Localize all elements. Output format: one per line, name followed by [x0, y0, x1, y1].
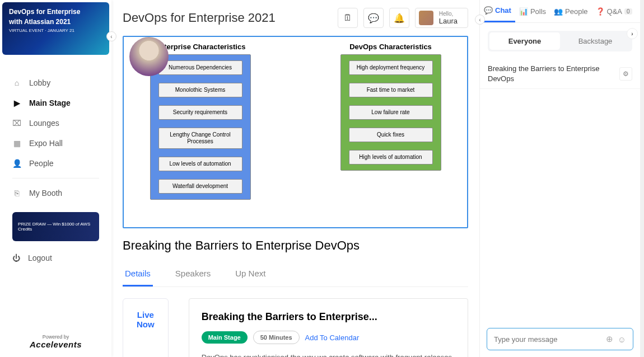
- presenter-thumbnail: [129, 37, 169, 76]
- bell-icon[interactable]: 🔔: [389, 8, 409, 28]
- person-icon: 👤: [12, 159, 21, 168]
- emoji-icon[interactable]: ☺: [618, 335, 626, 344]
- powered-brand: Accelevents: [0, 340, 111, 349]
- powered-small: Powered by: [0, 334, 111, 340]
- topbar: DevOps for Enterprise 2021 🗓 💬 🔔 Hello, …: [111, 0, 479, 36]
- rtab-polls[interactable]: 📊 Polls: [515, 1, 550, 22]
- nav-label: Lounges: [29, 119, 59, 128]
- slide-content: Enterprise Characteristics Numerous Depe…: [134, 43, 457, 222]
- ent-box: Security requirements: [158, 105, 242, 120]
- rtab-people[interactable]: 👥 People: [550, 1, 591, 22]
- nav-label: Lobby: [29, 78, 50, 87]
- detail-area: Live Now Breaking the Barriers to Enterp…: [123, 298, 468, 357]
- calendar-icon[interactable]: 🗓: [338, 8, 358, 28]
- video-player[interactable]: Enterprise Characteristics Numerous Depe…: [123, 36, 468, 228]
- content-scroll[interactable]: Enterprise Characteristics Numerous Depe…: [111, 36, 479, 357]
- tabs-next-icon[interactable]: ›: [627, 28, 638, 39]
- now-label: Now: [137, 320, 155, 329]
- qa-tab-icon: ❓: [596, 7, 605, 16]
- gear-icon[interactable]: ⚙: [619, 67, 632, 81]
- ent-box: Waterfall development: [158, 179, 242, 194]
- nav-label: People: [29, 159, 54, 168]
- ent-box: Numerous Dependencies: [158, 60, 242, 75]
- chat-thread[interactable]: Breaking the Barriers to Enterprise DevO…: [480, 59, 640, 89]
- dev-box: Fast time to market: [349, 83, 433, 97]
- banner-line1: DevOps for Enterprise: [9, 8, 102, 16]
- lounge-icon: ⌧: [12, 119, 21, 128]
- nav-label: My Booth: [29, 189, 62, 198]
- main-content: DevOps for Enterprise 2021 🗓 💬 🔔 Hello, …: [111, 0, 479, 357]
- logout-button[interactable]: ⏻ Logout: [0, 247, 111, 269]
- right-panel: ‹ 💬 Chat 📊 Polls 👥 People ❓ Q&A 0 › Ever…: [479, 0, 640, 357]
- event-banner[interactable]: DevOps for Enterprise with Atlassian 202…: [2, 2, 109, 55]
- hello-text: Hello,: [439, 11, 458, 17]
- logout-label: Logout: [28, 253, 52, 262]
- enterprise-column: Numerous Dependencies Monolothic Systems…: [150, 54, 251, 200]
- chat-icon[interactable]: 💬: [363, 8, 384, 28]
- nav-label: Main Stage: [29, 98, 71, 107]
- stage-chip: Main Stage: [202, 331, 248, 344]
- chat-tab-icon: 💬: [484, 6, 493, 15]
- qa-badge: 0: [624, 8, 632, 15]
- session-description: DevOps has revolutionised the way we cre…: [202, 352, 455, 357]
- nav-main-stage[interactable]: ▶ Main Stage: [0, 93, 111, 113]
- ent-box: Lengthy Change Control Processes: [158, 128, 242, 149]
- page-title: DevOps for Enterprise 2021: [123, 11, 276, 25]
- promo-banner[interactable]: PRIZE DRAW — Win $1000 of AWS Credits: [12, 212, 99, 241]
- chat-message-input[interactable]: [494, 335, 601, 344]
- add-to-calendar-link[interactable]: Add To Calendar: [305, 333, 360, 342]
- nav-lounges[interactable]: ⌧ Lounges: [0, 113, 111, 133]
- banner-line2: with Atlassian 2021: [9, 18, 102, 26]
- collapse-right-icon[interactable]: ‹: [475, 15, 485, 25]
- nav-people[interactable]: 👤 People: [0, 153, 111, 173]
- nav-label: Expo Hall: [29, 139, 63, 148]
- main-nav: ⌂ Lobby ▶ Main Stage ⌧ Lounges ▦ Expo Ha…: [0, 73, 111, 203]
- nav-expo-hall[interactable]: ▦ Expo Hall: [0, 133, 111, 153]
- tab-speakers[interactable]: Speakers: [173, 263, 213, 286]
- power-icon: ⏻: [12, 253, 20, 262]
- rtab-label: Q&A: [607, 7, 622, 16]
- dev-box: High deployment frequency: [349, 60, 433, 75]
- session-card-title: Breaking the Barriers to Enterprise...: [202, 311, 455, 323]
- thread-title: Breaking the Barriers to Enterprise DevO…: [488, 64, 619, 84]
- session-title: Breaking the Barriers to Enterprise DevO…: [123, 238, 468, 253]
- session-chips: Main Stage 50 Minutes Add To Calendar: [202, 331, 455, 344]
- rtab-label: Chat: [495, 6, 511, 15]
- subtab-backstage[interactable]: Backstage: [560, 32, 631, 50]
- grid-icon: ▦: [12, 139, 21, 148]
- session-card: Breaking the Barriers to Enterprise... M…: [189, 298, 468, 357]
- tab-up-next[interactable]: Up Next: [233, 263, 268, 286]
- subtab-everyone[interactable]: Everyone: [489, 32, 560, 50]
- promo-text: PRIZE DRAW — Win $1000 of AWS Credits: [18, 222, 94, 232]
- booth-icon: ⎘: [12, 189, 21, 198]
- nav-lobby[interactable]: ⌂ Lobby: [0, 73, 111, 93]
- user-chip[interactable]: Hello, Laura: [415, 8, 468, 28]
- plus-icon[interactable]: ⊕: [606, 334, 613, 344]
- left-sidebar: DevOps for Enterprise with Atlassian 202…: [0, 0, 111, 357]
- home-icon: ⌂: [12, 78, 21, 87]
- rtab-label: Polls: [530, 7, 546, 16]
- duration-chip: 50 Minutes: [253, 331, 300, 344]
- nav-my-booth[interactable]: ⎘ My Booth: [0, 183, 111, 203]
- polls-tab-icon: 📊: [519, 7, 528, 16]
- scrollbar[interactable]: [640, 0, 644, 357]
- live-label: Live: [137, 310, 155, 320]
- nav-divider: [12, 178, 99, 178]
- ent-box: Monolothic Systems: [158, 83, 242, 97]
- powered-by: Powered by Accelevents: [0, 330, 111, 357]
- banner-line3: VIRTUAL EVENT · JANUARY 21: [9, 28, 102, 33]
- live-indicator: Live Now: [123, 298, 169, 357]
- chat-box: ⊕ ☺: [487, 328, 633, 350]
- tab-details[interactable]: Details: [123, 263, 153, 286]
- username: Laura: [439, 17, 458, 25]
- dev-box: High levels of automation: [349, 150, 433, 165]
- chat-input-area: ⊕ ☺: [480, 321, 640, 357]
- rtab-chat[interactable]: 💬 Chat: [480, 0, 515, 22]
- rtab-qa[interactable]: ❓ Q&A 0: [592, 1, 636, 22]
- dev-box: Quick fixes: [349, 128, 433, 142]
- dev-box: Low failure rate: [349, 105, 433, 120]
- rtab-label: People: [565, 7, 587, 16]
- devops-label: DevOps Characteristics: [340, 43, 441, 51]
- people-tab-icon: 👥: [554, 7, 563, 16]
- collapse-sidebar-icon[interactable]: ‹: [106, 31, 116, 41]
